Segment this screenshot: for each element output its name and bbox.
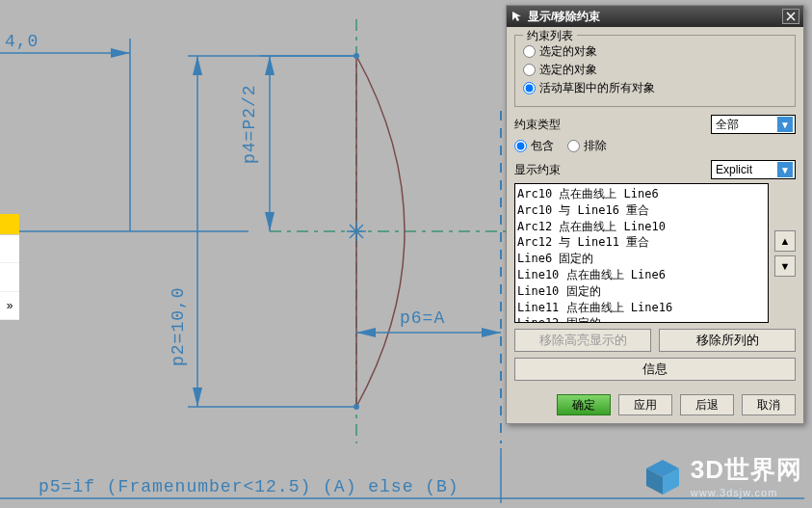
svg-marker-1 <box>111 48 130 58</box>
constraint-type-select[interactable]: 全部 ▼ <box>711 115 796 134</box>
radio-selected-1[interactable]: 选定的对象 <box>523 43 787 60</box>
dim-p2: p2=10,0 <box>169 286 188 366</box>
watermark: 3D世界网 www.3dsjw.com <box>642 453 802 498</box>
move-down-button[interactable]: ▼ <box>774 255 796 277</box>
chevron-down-icon: ▼ <box>777 162 793 177</box>
watermark-brand: 3D世界网 <box>691 453 802 487</box>
constraint-type-label: 约束类型 <box>514 117 705 133</box>
apply-button[interactable]: 应用 <box>618 394 672 415</box>
radio-selected-2[interactable]: 选定的对象 <box>523 62 787 78</box>
ok-button[interactable]: 确定 <box>557 394 611 415</box>
svg-marker-16 <box>265 212 275 231</box>
toolbar-expand[interactable]: » <box>0 292 19 320</box>
dim-p6: p6=A <box>400 308 445 328</box>
list-item[interactable]: Arc12 与 Line11 重合 <box>517 234 766 251</box>
radio-all-in-sketch[interactable]: 活动草图中的所有对象 <box>523 80 787 96</box>
info-button[interactable]: 信息 <box>514 358 796 381</box>
remove-listed-button[interactable]: 移除所列的 <box>659 329 796 352</box>
svg-marker-15 <box>265 56 275 75</box>
list-item[interactable]: Line10 固定的 <box>517 283 766 300</box>
toolbar-slot[interactable] <box>0 235 19 263</box>
svg-marker-25 <box>482 328 501 337</box>
svg-marker-19 <box>193 56 202 75</box>
chevron-down-icon: ▼ <box>777 117 793 132</box>
show-constraint-select[interactable]: Explicit ▼ <box>711 160 796 179</box>
svg-marker-24 <box>356 328 376 337</box>
list-item[interactable]: Line11 点在曲线上 Line16 <box>517 300 766 316</box>
constraint-list-group: 约束列表 选定的对象 选定的对象 活动草图中的所有对象 <box>514 35 796 107</box>
dim-p4: p4=P2/2 <box>240 84 259 164</box>
dialog-title: 显示/移除约束 <box>528 9 782 25</box>
radio-exclude[interactable]: 排除 <box>567 138 607 154</box>
constraint-listbox[interactable]: Arc10 点在曲线上 Line6Arc10 与 Line16 重合Arc12 … <box>514 183 769 323</box>
dim-top: 4,0 <box>5 32 39 51</box>
svg-marker-20 <box>193 388 202 407</box>
group-legend: 约束列表 <box>523 28 577 44</box>
list-item[interactable]: Line12 固定的 <box>517 315 766 323</box>
close-button[interactable] <box>782 9 799 24</box>
cursor-icon <box>511 10 524 23</box>
expr-text: p5=if (Framenumber<12.5) (A) else (B) <box>39 477 459 496</box>
move-up-button[interactable]: ▲ <box>774 230 796 252</box>
dialog-titlebar[interactable]: 显示/移除约束 <box>507 6 803 27</box>
list-item[interactable]: Arc10 与 Line16 重合 <box>517 202 766 219</box>
show-constraint-label: 显示约束 <box>514 162 705 178</box>
radio-include[interactable]: 包含 <box>514 138 554 154</box>
close-icon <box>786 12 796 21</box>
remove-highlighted-button[interactable]: 移除高亮显示的 <box>514 329 651 352</box>
back-button[interactable]: 后退 <box>680 394 734 415</box>
watermark-url: www.3dsjw.com <box>691 487 802 498</box>
toolbar-slot[interactable] <box>0 263 19 291</box>
list-item[interactable]: Line6 固定的 <box>517 251 766 267</box>
list-item[interactable]: Arc10 点在曲线上 Line6 <box>517 186 766 202</box>
cancel-button[interactable]: 取消 <box>742 394 796 415</box>
list-item[interactable]: Line10 点在曲线上 Line6 <box>517 267 766 283</box>
left-toolbar: » <box>0 214 19 320</box>
toolbar-marker[interactable] <box>0 214 19 235</box>
cube-icon <box>642 456 683 496</box>
list-item[interactable]: Arc12 点在曲线上 Line10 <box>517 219 766 235</box>
constraints-dialog: 显示/移除约束 约束列表 选定的对象 选定的对象 活动草图中的所有对象 约束类型… <box>506 5 804 424</box>
